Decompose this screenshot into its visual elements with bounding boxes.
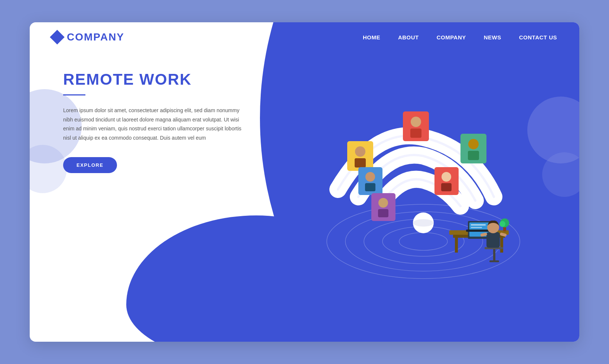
illustration-area	[290, 59, 557, 312]
main-illustration-svg	[290, 59, 542, 297]
svg-rect-39	[493, 249, 495, 260]
nav-about[interactable]: ABOUT	[398, 34, 419, 40]
svg-rect-31	[471, 224, 486, 225]
nav-contact[interactable]: CONTACT US	[519, 34, 557, 40]
svg-point-37	[499, 221, 505, 227]
svg-point-23	[378, 198, 388, 208]
svg-rect-40	[489, 260, 499, 262]
svg-rect-15	[468, 151, 479, 160]
svg-point-20	[442, 172, 451, 182]
svg-rect-9	[355, 158, 366, 168]
svg-rect-12	[410, 129, 421, 138]
svg-point-11	[411, 117, 421, 127]
logo[interactable]: COMPANY	[52, 31, 124, 43]
svg-point-14	[468, 139, 479, 149]
navbar: COMPANY HOME ABOUT COMPANY NEWS CONTACT …	[30, 22, 579, 52]
logo-text: COMPANY	[67, 31, 124, 43]
explore-button[interactable]: EXPLORE	[63, 157, 117, 173]
svg-rect-28	[500, 238, 503, 253]
svg-point-8	[355, 146, 365, 157]
hero-content: REMOTE WORK Lorem ipsum dolor sit amet, …	[63, 71, 249, 173]
nav-company[interactable]: COMPANY	[437, 34, 466, 40]
svg-rect-27	[455, 238, 458, 253]
hero-description: Lorem ipsum dolor sit amet, consectetuer…	[63, 106, 249, 142]
hero-title: REMOTE WORK	[63, 71, 249, 88]
svg-point-6	[413, 219, 434, 227]
nav-links: HOME ABOUT COMPANY NEWS CONTACT US	[363, 34, 557, 40]
svg-rect-21	[441, 183, 452, 191]
svg-rect-32	[471, 227, 482, 228]
svg-point-4	[399, 233, 447, 250]
nav-home[interactable]: HOME	[363, 34, 380, 40]
svg-rect-18	[365, 183, 375, 191]
svg-rect-41	[486, 232, 500, 248]
svg-point-17	[365, 172, 375, 182]
svg-rect-24	[378, 209, 388, 217]
hero-divider	[63, 94, 85, 95]
nav-news[interactable]: NEWS	[484, 34, 501, 40]
page-card: COMPANY HOME ABOUT COMPANY NEWS CONTACT …	[30, 22, 579, 342]
logo-diamond-icon	[50, 30, 65, 45]
